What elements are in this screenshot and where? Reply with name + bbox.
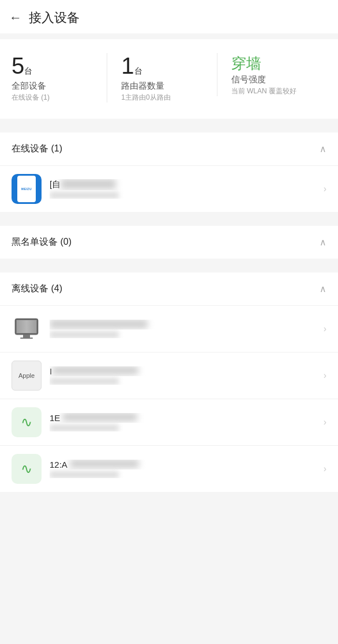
stat-all-devices-unit: 台 <box>24 66 32 77</box>
device-apple-arrow: › <box>324 370 326 381</box>
device-apple-info: I <box>50 366 319 385</box>
header: ← 接入设备 <box>0 0 338 33</box>
device-wifi1-icon: ∿ <box>12 407 42 437</box>
section-offline-header[interactable]: 离线设备 (4) ∧ <box>0 272 338 305</box>
stat-all-devices: 5 台 全部设备 在线设备 (1) <box>12 53 107 103</box>
device-wifi2-sub <box>50 471 319 478</box>
device-wifi1-arrow: › <box>324 417 326 427</box>
device-wifi1-sub <box>50 425 319 431</box>
device-meizu-arrow: › <box>324 184 326 194</box>
stat-signal-number: 穿墙 <box>231 55 261 72</box>
device-wifi-2[interactable]: ∿ 12:A › <box>0 445 338 492</box>
stat-all-devices-label: 全部设备 <box>12 81 46 92</box>
meizu-phone-graphic <box>17 176 36 202</box>
section-blacklist-header[interactable]: 黑名单设备 (0) ∧ <box>0 226 338 259</box>
section-online-header[interactable]: 在线设备 (1) ∧ <box>0 132 338 165</box>
stat-router-unit: 台 <box>134 66 142 77</box>
wifi1-symbol: ∿ <box>21 414 32 430</box>
device-monitor-icon <box>12 314 42 344</box>
device-meizu[interactable]: [自 › <box>0 165 338 212</box>
device-meizu-name: [自 <box>50 179 319 190</box>
device-monitor-info <box>50 320 319 338</box>
section-blacklist: 黑名单设备 (0) ∧ <box>0 226 338 259</box>
device-meizu-sub <box>50 192 319 199</box>
section-online-chevron: ∧ <box>320 143 326 154</box>
svg-rect-4 <box>17 320 36 333</box>
device-wifi1-name: 1E <box>50 413 319 423</box>
section-offline-chevron: ∧ <box>320 283 326 294</box>
stats-card: 5 台 全部设备 在线设备 (1) 1 台 路由器数量 1主路由0从路由 穿墙 … <box>0 39 338 119</box>
stat-signal-label: 信号强度 <box>231 74 266 85</box>
svg-rect-2 <box>23 335 30 338</box>
device-apple-icon: Apple <box>12 361 42 391</box>
device-wifi2-info: 12:A <box>50 460 319 478</box>
stat-signal-sublabel: 当前 WLAN 覆盖较好 <box>231 86 296 96</box>
stat-router-count: 1 台 路由器数量 1主路由0从路由 <box>107 53 216 103</box>
wifi2-symbol: ∿ <box>21 461 32 477</box>
stat-router-label: 路由器数量 <box>121 81 164 92</box>
stat-router-number: 1 <box>121 53 134 78</box>
stat-all-devices-number: 5 <box>12 53 24 78</box>
stat-signal-strength: 穿墙 信号强度 当前 WLAN 覆盖较好 <box>217 53 326 96</box>
monitor-svg <box>12 316 42 342</box>
device-wifi2-arrow: › <box>324 464 326 474</box>
section-offline-title: 离线设备 (4) <box>12 283 62 295</box>
section-offline: 离线设备 (4) ∧ <box>0 272 338 492</box>
device-wifi2-icon: ∿ <box>12 454 42 484</box>
device-apple-name: I <box>50 366 319 376</box>
section-online: 在线设备 (1) ∧ [自 › <box>0 132 338 212</box>
device-wifi2-name: 12:A <box>50 460 319 469</box>
device-apple[interactable]: Apple I › <box>0 352 338 399</box>
back-button[interactable]: ← <box>9 10 22 25</box>
device-meizu-info: [自 <box>50 179 319 199</box>
section-blacklist-chevron: ∧ <box>320 237 326 248</box>
device-monitor-name <box>50 320 319 329</box>
stat-all-devices-sublabel: 在线设备 (1) <box>12 93 50 103</box>
section-online-title: 在线设备 (1) <box>12 143 62 155</box>
apple-label: Apple <box>18 372 35 379</box>
device-monitor-arrow: › <box>324 324 326 334</box>
device-wifi-1[interactable]: ∿ 1E › <box>0 399 338 445</box>
page-title: 接入设备 <box>29 9 80 26</box>
device-wifi1-info: 1E <box>50 413 319 431</box>
stat-router-sublabel: 1主路由0从路由 <box>121 93 170 103</box>
device-monitor-sub <box>50 331 319 338</box>
device-meizu-icon <box>12 174 42 204</box>
device-monitor[interactable]: › <box>0 305 338 352</box>
device-apple-sub <box>50 378 319 385</box>
section-blacklist-title: 黑名单设备 (0) <box>12 236 72 248</box>
svg-rect-3 <box>20 338 33 339</box>
